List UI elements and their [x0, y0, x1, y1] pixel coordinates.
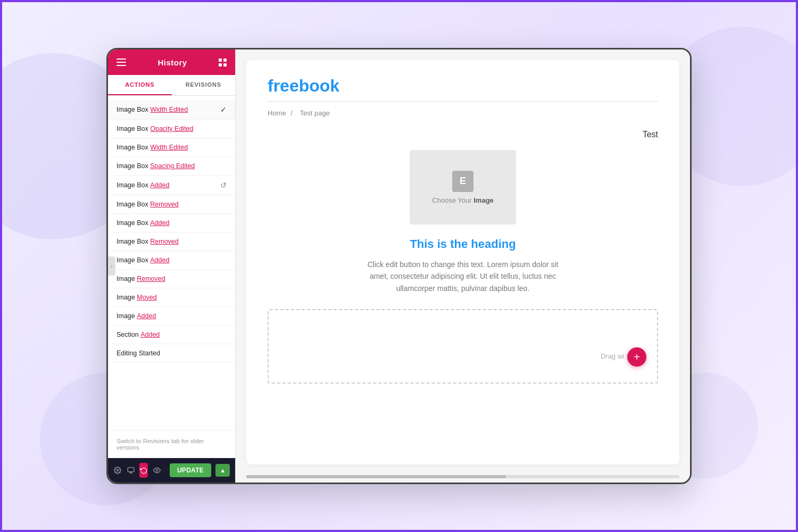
history-footer-note: Switch to Revisions tab for older versio…	[108, 430, 235, 458]
image-box-widget: E Choose Your Image This is the heading …	[268, 150, 658, 294]
history-component: Editing Started	[117, 350, 160, 357]
history-action: Width Edited	[150, 144, 188, 151]
sidebar-header: History	[108, 49, 235, 75]
choose-image-prefix: Choose Your	[432, 196, 473, 204]
grid-icon[interactable]	[219, 59, 227, 66]
history-item[interactable]: Editing Started	[108, 344, 235, 363]
widget-heading: This is the heading	[410, 237, 516, 251]
history-action: Width Edited	[150, 106, 188, 113]
history-component: Image Box	[117, 238, 150, 245]
content-divider	[268, 101, 658, 102]
history-item[interactable]: Image Box Added	[108, 214, 235, 232]
empty-section: + Drag wi	[268, 309, 658, 384]
history-item[interactable]: Image Moved	[108, 288, 235, 307]
history-item[interactable]: Image Box Opacity Edited	[108, 120, 235, 138]
history-item-text: Image Box Added	[117, 219, 227, 227]
breadcrumb-home[interactable]: Home	[268, 109, 286, 117]
history-item[interactable]: Image Box Removed	[108, 232, 235, 251]
history-component: Image Box	[117, 106, 150, 113]
image-placeholder-text: Choose Your Image	[432, 196, 494, 204]
history-item[interactable]: Image Box Width Edited	[108, 138, 235, 157]
collapse-toggle[interactable]: ‹	[108, 256, 115, 276]
widget-description: Click edit button to change this text. L…	[362, 259, 564, 294]
history-item[interactable]: Image Box Added	[108, 251, 235, 270]
history-component: Image Box	[117, 219, 150, 227]
desktop-icon-btn[interactable]	[126, 463, 135, 478]
history-item-text: Image Added	[117, 312, 227, 320]
history-component: Image	[117, 294, 137, 301]
section-label: Test	[268, 130, 658, 139]
history-action: Opacity Edited	[150, 125, 193, 132]
tab-actions[interactable]: ACTIONS	[108, 75, 172, 95]
main-content: freebook Home / Test page Test E Choose …	[236, 49, 690, 483]
history-item[interactable]: Image Box Spacing Edited	[108, 157, 235, 176]
history-action: Added	[150, 181, 169, 189]
image-placeholder[interactable]: E Choose Your Image	[410, 150, 516, 225]
history-item-text: Editing Started	[117, 350, 227, 357]
svg-point-0	[117, 469, 119, 471]
scroll-thumb[interactable]	[246, 475, 506, 478]
eye-icon-btn[interactable]	[152, 463, 161, 478]
history-component: Image Box	[117, 125, 150, 132]
history-item-text: Image Box Removed	[117, 238, 227, 245]
history-component: Image	[117, 275, 137, 282]
undo-icon[interactable]: ↺	[220, 181, 227, 189]
check-icon: ✓	[220, 105, 227, 114]
elementor-icon-letter: E	[460, 176, 466, 187]
svg-rect-1	[128, 468, 134, 472]
drag-widget-text: Drag wi	[601, 352, 624, 360]
history-item[interactable]: Image Removed	[108, 270, 235, 288]
breadcrumb: Home / Test page	[268, 109, 658, 117]
history-component: Image Box	[117, 162, 150, 170]
scroll-bar	[246, 475, 679, 478]
history-action: Spacing Edited	[150, 162, 195, 170]
history-item-text: Image Box Removed	[117, 201, 227, 208]
history-icon-btn[interactable]	[139, 463, 148, 478]
choose-image-bold: Image	[473, 196, 494, 204]
history-item-text: Image Box Width Edited	[117, 144, 227, 151]
history-item-text: Section Added	[117, 331, 227, 338]
history-component: Image Box	[117, 144, 150, 151]
history-item-text: Image Removed	[117, 275, 227, 282]
history-action: Added	[140, 331, 160, 338]
history-item[interactable]: Section Added	[108, 326, 235, 344]
breadcrumb-separator: /	[290, 109, 293, 117]
history-item-text: Image Box Spacing Edited	[117, 162, 227, 170]
elementor-icon: E	[452, 171, 473, 192]
history-item[interactable]: Image Box Width Edited ✓	[108, 100, 235, 120]
site-title: freebook	[268, 76, 658, 96]
sidebar-toolbar: UPDATE ▲	[108, 458, 235, 483]
history-item-text: Image Box Added	[117, 181, 220, 189]
history-action: Removed	[137, 275, 165, 282]
history-item-text: Image Box Added	[117, 256, 227, 264]
history-component: Image	[117, 312, 137, 320]
breadcrumb-current: Test page	[300, 109, 330, 117]
history-list: Image Box Width Edited ✓ Image Box Opaci…	[108, 96, 235, 430]
history-item-text: Image Moved	[117, 294, 227, 301]
history-item[interactable]: Image Box Removed	[108, 195, 235, 214]
history-action: Removed	[150, 238, 179, 245]
content-area: freebook Home / Test page Test E Choose …	[246, 60, 679, 464]
history-component: Image Box	[117, 181, 150, 189]
history-item[interactable]: Image Box Added ↺	[108, 176, 235, 195]
settings-icon-btn[interactable]	[113, 463, 122, 478]
history-item-text: Image Box Opacity Edited	[117, 125, 227, 132]
tab-revisions[interactable]: REVISIONS	[172, 75, 236, 95]
history-action: Added	[137, 312, 156, 320]
history-component: Image Box	[117, 201, 150, 208]
history-component: Image Box	[117, 256, 150, 264]
history-action: Added	[150, 256, 169, 264]
history-action: Removed	[150, 201, 179, 208]
history-item[interactable]: Image Added	[108, 307, 235, 326]
history-item-text: Image Box Width Edited	[117, 106, 220, 113]
add-section-button[interactable]: +	[627, 347, 646, 367]
history-component: Section	[117, 331, 140, 338]
update-button[interactable]: UPDATE	[170, 463, 211, 477]
history-action: Moved	[137, 294, 157, 301]
sidebar-tabs: ACTIONS REVISIONS	[108, 75, 235, 96]
svg-point-4	[156, 469, 158, 471]
hamburger-icon[interactable]	[117, 59, 126, 66]
sidebar: History ACTIONS REVISIONS Image Box Widt…	[108, 49, 236, 483]
update-arrow-button[interactable]: ▲	[215, 464, 230, 477]
history-action: Added	[150, 219, 169, 227]
